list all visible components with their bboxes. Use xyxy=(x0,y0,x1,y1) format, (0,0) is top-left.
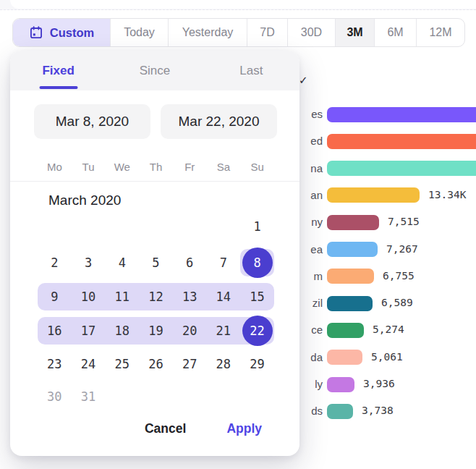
range-option-custom[interactable]: Custom xyxy=(13,19,111,46)
chart-row-label: an xyxy=(310,189,323,201)
chart-row-label: es xyxy=(311,108,323,120)
popup-actions: Cancel Apply xyxy=(140,421,266,437)
calendar-day[interactable]: 2 xyxy=(38,255,71,270)
calendar-day[interactable]: 15 xyxy=(241,290,274,304)
calendar-day[interactable]: 4 xyxy=(106,255,139,270)
weekday-label: Su xyxy=(240,161,274,173)
chart-row-label: na xyxy=(310,162,323,174)
tab-since[interactable]: Since xyxy=(106,51,203,90)
range-option-label: Today xyxy=(124,26,155,39)
calendar-day[interactable]: 14 xyxy=(207,290,240,304)
chart-bar-value: 3,936 xyxy=(363,378,395,389)
calendar-day[interactable]: 10 xyxy=(72,290,105,304)
weekday-label: Tu xyxy=(72,161,106,173)
calendar-day[interactable]: 1 xyxy=(241,219,274,234)
screen: esednaan13.34Kny7,515ea7,267m6,755zil6,5… xyxy=(0,0,476,469)
chart-bar-value: 3,738 xyxy=(362,405,394,416)
chart-bar[interactable] xyxy=(327,269,374,284)
chart-bar[interactable] xyxy=(327,242,378,257)
calendar-day[interactable]: 12 xyxy=(139,290,172,304)
calendar-day[interactable]: 31 xyxy=(72,389,105,404)
calendar-day[interactable]: 11 xyxy=(106,290,139,304)
weekday-label: Mo xyxy=(38,161,72,173)
range-option-label: 3M xyxy=(347,26,362,39)
weekday-label: Th xyxy=(139,161,173,173)
chart-row-label: ce xyxy=(311,324,323,336)
calendar-day[interactable]: 27 xyxy=(173,357,206,371)
weekday-label: Fr xyxy=(173,161,207,173)
range-option-12m[interactable]: 12M xyxy=(417,19,464,46)
range-end-day[interactable]: 22 xyxy=(242,316,273,346)
chart-row-label: ly xyxy=(315,378,323,390)
calendar-day[interactable]: 6 xyxy=(173,255,206,270)
chart-bar[interactable] xyxy=(327,377,354,392)
range-option-label: 12M xyxy=(429,26,451,39)
calendar-day[interactable]: 26 xyxy=(139,357,172,371)
range-option-label: Custom xyxy=(50,26,94,40)
month-label: March 2020 xyxy=(48,193,121,208)
end-date-input[interactable]: Mar 22, 2020 xyxy=(161,104,277,139)
tab-last[interactable]: Last xyxy=(203,51,299,90)
calendar-day[interactable]: 25 xyxy=(106,357,139,371)
calendar-icon xyxy=(29,25,43,40)
calendar-day[interactable]: 5 xyxy=(139,255,172,270)
range-option-6m[interactable]: 6M xyxy=(375,19,417,46)
chart-bar-value: 6,589 xyxy=(381,297,413,308)
chart-row-label: ea xyxy=(310,243,323,255)
cancel-button[interactable]: Cancel xyxy=(140,421,190,437)
start-date-input[interactable]: Mar 8, 2020 xyxy=(34,104,150,139)
calendar-day[interactable]: 19 xyxy=(139,324,172,338)
range-start-day[interactable]: 8 xyxy=(242,248,273,278)
chart-row-label: zil xyxy=(313,297,323,309)
calendar-day[interactable]: 28 xyxy=(207,357,240,371)
chart-bar[interactable] xyxy=(327,107,476,122)
weekday-label: We xyxy=(105,161,139,173)
calendar-day[interactable]: 18 xyxy=(106,324,139,338)
calendar-day[interactable]: 21 xyxy=(207,324,240,338)
chart-row-label: da xyxy=(310,351,323,363)
range-option-label: Yesterday xyxy=(182,26,234,39)
chart-bar[interactable] xyxy=(327,404,353,419)
calendar-day[interactable]: 23 xyxy=(38,357,71,371)
calendar-day[interactable]: 7 xyxy=(207,255,240,270)
chart-row-label: ed xyxy=(310,135,323,147)
calendar-day[interactable]: 3 xyxy=(72,255,105,270)
apply-button[interactable]: Apply xyxy=(222,421,266,437)
divider xyxy=(10,181,299,182)
calendar-day[interactable]: 20 xyxy=(173,324,206,338)
check-icon: ✓ xyxy=(299,74,308,87)
chart-bar-value: 13.34K xyxy=(428,189,466,200)
range-option-3m[interactable]: 3M xyxy=(336,19,375,46)
range-option-label: 7D xyxy=(260,26,274,39)
calendar-day[interactable]: 17 xyxy=(72,324,105,338)
calendar-day[interactable]: 16 xyxy=(38,324,71,338)
chart-bar[interactable] xyxy=(327,350,362,365)
calendar-day[interactable]: 30 xyxy=(38,389,71,404)
tab-fixed[interactable]: Fixed xyxy=(10,51,106,90)
chart-bar[interactable] xyxy=(327,134,476,149)
weekday-label: Sa xyxy=(207,161,241,173)
range-option-today[interactable]: Today xyxy=(111,19,169,46)
chart-bar-value: 7,515 xyxy=(388,216,420,227)
chart-bar-value: 6,755 xyxy=(383,270,415,282)
chart-bar[interactable] xyxy=(327,296,373,311)
date-picker-popup: FixedSinceLast Mar 8, 2020 Mar 22, 2020 … xyxy=(10,51,299,456)
chart-bar-value: 5,061 xyxy=(371,351,403,363)
chart-bar[interactable] xyxy=(327,161,476,176)
range-option-label: 6M xyxy=(387,26,403,39)
calendar-day[interactable]: 13 xyxy=(173,290,206,304)
chart-bar-value: 5,274 xyxy=(373,324,404,335)
chart-bar[interactable] xyxy=(327,215,379,230)
calendar-day[interactable]: 29 xyxy=(241,357,274,371)
calendar-day[interactable]: 9 xyxy=(38,290,71,304)
chart-bar-value: 7,267 xyxy=(386,243,418,255)
range-option-yesterday[interactable]: Yesterday xyxy=(169,19,247,46)
chart-bar[interactable] xyxy=(327,187,420,203)
range-option-7d[interactable]: 7D xyxy=(247,19,288,46)
date-picker-tabs: FixedSinceLast xyxy=(10,51,299,90)
range-option-label: 30D xyxy=(301,26,322,39)
range-option-30d[interactable]: 30D xyxy=(288,19,336,46)
chart-bar[interactable] xyxy=(327,323,364,338)
calendar-day[interactable]: 24 xyxy=(72,357,105,371)
chart-row-label: ds xyxy=(311,405,323,417)
